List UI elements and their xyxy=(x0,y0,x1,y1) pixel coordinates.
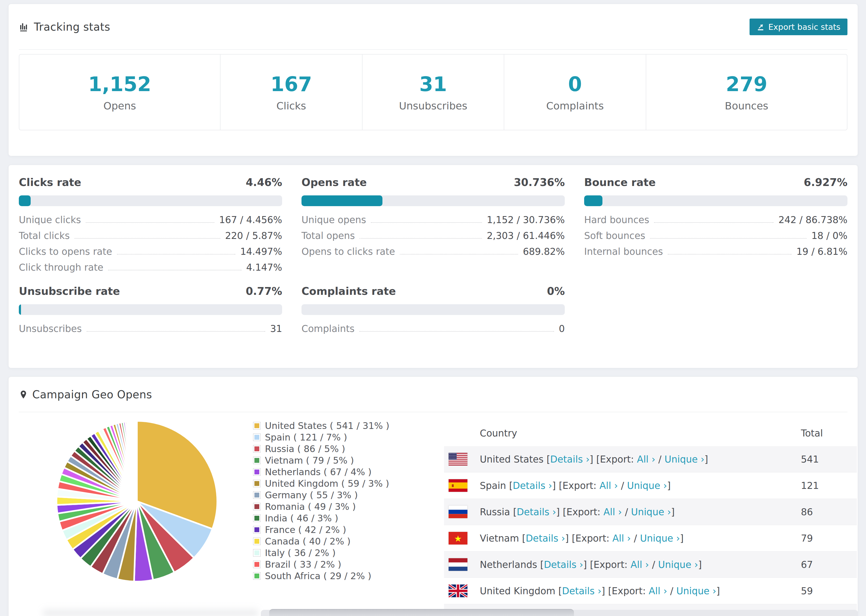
rate-row-label: Unique clicks xyxy=(19,214,81,225)
export-all-link[interactable]: All › xyxy=(649,586,667,596)
stat-value: 0 xyxy=(568,72,582,96)
geo-pie-chart[interactable] xyxy=(54,418,220,584)
details-link[interactable]: Details › xyxy=(513,480,552,491)
rate-row-label: Unsubscribes xyxy=(19,323,82,334)
export-all-link[interactable]: All › xyxy=(631,559,649,570)
rate-progress-bar xyxy=(301,304,565,315)
export-unique-link[interactable]: Unique › xyxy=(640,533,680,544)
legend-swatch xyxy=(253,526,261,533)
legend-swatch xyxy=(253,434,261,441)
campaign-geo-opens-card: Campaign Geo Opens United States ( 541 /… xyxy=(8,377,858,616)
rate-title: Bounce rate xyxy=(584,176,656,189)
geo-title: Campaign Geo Opens xyxy=(32,388,152,401)
legend-swatch xyxy=(253,537,261,545)
rate-row-label: Soft bounces xyxy=(584,230,645,241)
export-all-link[interactable]: All › xyxy=(637,454,655,465)
export-unique-link[interactable]: Unique › xyxy=(627,480,667,491)
rate-row-value: 4.147% xyxy=(246,262,282,273)
dotted-leader xyxy=(87,331,265,332)
legend-label: Spain ( 121 / 7% ) xyxy=(265,432,347,443)
flag-ru-icon xyxy=(449,506,468,518)
horizontal-scrollbar-thumb[interactable] xyxy=(269,609,574,616)
geo-legend: United States ( 541 / 31% ) Spain ( 121 … xyxy=(253,422,389,580)
export-unique-link[interactable]: Unique › xyxy=(676,586,716,596)
export-all-link[interactable]: All › xyxy=(612,533,631,544)
legend-item: United States ( 541 / 31% ) xyxy=(253,422,389,429)
legend-item: Russia ( 86 / 5% ) xyxy=(253,445,389,453)
legend-item: Romania ( 49 / 3% ) xyxy=(253,503,389,511)
geo-table-row: Vietnam [Details ›] [Export: All › / Uni… xyxy=(444,525,857,552)
export-all-link[interactable]: All › xyxy=(600,480,618,491)
dotted-leader xyxy=(86,222,214,223)
rate-row: Clicks to opens rate 14.497% xyxy=(19,241,282,257)
stat-label: Bounces xyxy=(725,100,768,112)
details-link[interactable]: Details › xyxy=(562,586,601,596)
rate-row: Soft bounces 18 / 0% xyxy=(584,225,847,241)
legend-item: Canada ( 40 / 2% ) xyxy=(253,537,389,545)
legend-label: Italy ( 36 / 2% ) xyxy=(265,547,335,558)
rate-title: Clicks rate xyxy=(19,176,81,189)
stat-bounces: 279 Bounces xyxy=(646,55,847,130)
rate-row-value: 1,152 / 30.736% xyxy=(487,214,565,225)
export-unique-link[interactable]: Unique › xyxy=(664,454,705,465)
stat-complaints: 0 Complaints xyxy=(504,55,646,130)
geo-header: Campaign Geo Opens xyxy=(9,377,858,412)
rate-progress-bar xyxy=(19,195,282,206)
rate-row-label: Total clicks xyxy=(19,230,70,241)
bar-chart-icon xyxy=(19,22,30,32)
legend-swatch xyxy=(253,457,261,464)
details-link[interactable]: Details › xyxy=(550,454,589,465)
export-unique-link[interactable]: Unique › xyxy=(631,507,671,517)
legend-item: Italy ( 36 / 2% ) xyxy=(253,549,389,556)
rate-row-value: 167 / 4.456% xyxy=(219,214,282,225)
dotted-leader xyxy=(108,270,241,270)
dotted-leader xyxy=(654,222,774,223)
legend-item: Germany ( 55 / 3% ) xyxy=(253,491,389,499)
rate-row-label: Hard bounces xyxy=(584,214,649,225)
details-link[interactable]: Details › xyxy=(516,507,556,517)
rate-row-label: Complaints xyxy=(301,323,354,334)
export-unique-link[interactable]: Unique › xyxy=(658,559,698,570)
legend-swatch xyxy=(253,549,261,556)
legend-item: France ( 42 / 2% ) xyxy=(253,526,389,533)
stat-value: 167 xyxy=(271,72,312,96)
legend-swatch xyxy=(253,503,261,511)
export-all-link[interactable]: All › xyxy=(603,507,622,517)
flag-es-icon xyxy=(449,479,468,492)
rate-row-value: 220 / 5.87% xyxy=(225,230,282,241)
total-column-header: Total xyxy=(801,428,823,438)
rate-row-value: 31 xyxy=(270,323,282,334)
legend-label: Brazil ( 33 / 2% ) xyxy=(265,559,341,570)
flag-gb-icon xyxy=(449,585,468,597)
rate-row: Complaints 0 xyxy=(301,318,565,334)
country-cell: United States [Details ›] [Export: All ›… xyxy=(480,454,708,465)
legend-swatch xyxy=(253,514,261,522)
legend-swatch xyxy=(253,480,261,487)
stat-value: 1,152 xyxy=(88,72,151,96)
details-link[interactable]: Details › xyxy=(526,533,565,544)
flag-vn-icon xyxy=(449,532,468,545)
map-pin-icon xyxy=(19,389,28,400)
details-link[interactable]: Details › xyxy=(544,559,583,570)
stat-value: 279 xyxy=(726,72,767,96)
rates-card: Clicks rate 4.46% Unique clicks 167 / 4.… xyxy=(8,165,858,368)
rate-row-value: 242 / 86.738% xyxy=(778,214,847,225)
rate-section-bounce-rate: Bounce rate 6.927% Hard bounces 242 / 86… xyxy=(584,176,847,273)
flag-us-icon xyxy=(449,453,468,465)
legend-label: United Kingdom ( 59 / 3% ) xyxy=(265,478,389,489)
rate-progress-bar xyxy=(584,195,847,206)
rate-row: Unique opens 1,152 / 30.736% xyxy=(301,209,565,225)
geo-table-row: United States [Details ›] [Export: All ›… xyxy=(444,446,857,473)
rates-grid: Clicks rate 4.46% Unique clicks 167 / 4.… xyxy=(9,165,858,334)
rate-progress-bar xyxy=(301,195,565,206)
stat-unsubscribes: 31 Unsubscribes xyxy=(362,55,505,130)
stats-summary-box: 1,152 Opens167 Clicks31 Unsubscribes0 Co… xyxy=(19,54,847,130)
legend-label: Germany ( 55 / 3% ) xyxy=(265,490,358,500)
country-cell: Spain [Details ›] [Export: All › / Uniqu… xyxy=(480,480,671,491)
dotted-leader xyxy=(117,254,235,255)
export-basic-stats-button[interactable]: Export basic stats xyxy=(749,19,847,35)
rate-row-value: 19 / 6.81% xyxy=(796,246,847,257)
rate-row: Unsubscribes 31 xyxy=(19,318,282,334)
stat-clicks: 167 Clicks xyxy=(220,55,362,130)
legend-item: United Kingdom ( 59 / 3% ) xyxy=(253,480,389,487)
